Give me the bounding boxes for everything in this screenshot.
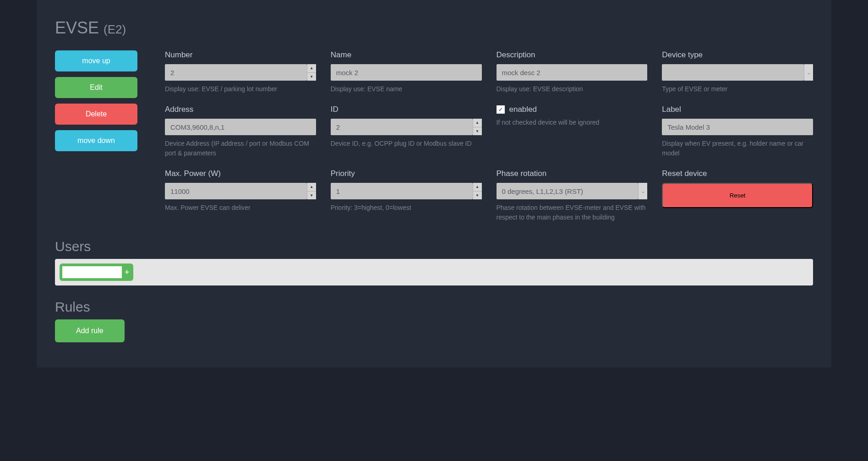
enabled-checkbox-row: ✓ enabled	[497, 105, 648, 114]
phase-rotation-hint: Phase rotation between EVSE-meter and EV…	[497, 203, 648, 222]
delete-button[interactable]: Delete	[55, 104, 137, 125]
field-reset-device: Reset device Reset	[662, 169, 813, 222]
reset-device-label: Reset device	[662, 169, 813, 178]
add-rule-button[interactable]: Add rule	[55, 319, 125, 342]
device-type-label: Device type	[662, 50, 813, 60]
max-power-step-down[interactable]: ▼	[307, 192, 316, 200]
priority-spinner: ▲ ▼	[473, 183, 482, 199]
chevron-down-icon: ⌵	[804, 64, 813, 81]
rules-section-title: Rules	[55, 299, 813, 315]
phase-rotation-select[interactable]: ⌵	[497, 183, 648, 199]
id-label: ID	[331, 105, 482, 114]
page-title: EVSE (E2)	[55, 18, 813, 38]
description-input[interactable]	[497, 64, 648, 81]
number-step-up[interactable]: ▲	[307, 64, 316, 73]
users-bar: +	[55, 259, 813, 285]
id-step-up[interactable]: ▲	[473, 119, 482, 127]
description-hint: Display use: EVSE description	[497, 84, 648, 94]
label-label: Label	[662, 105, 813, 114]
field-label: Label Display when EV present, e.g. hold…	[662, 105, 813, 158]
title-main: EVSE	[55, 18, 99, 37]
max-power-hint: Max. Power EVSE can deliver	[165, 203, 316, 213]
name-hint: Display use: EVSE name	[331, 84, 482, 94]
max-power-input[interactable]	[165, 183, 307, 199]
add-user-input[interactable]	[62, 266, 122, 278]
number-step-down[interactable]: ▼	[307, 73, 316, 81]
field-max-power: Max. Power (W) ▲ ▼ Max. Power EVSE can d…	[165, 169, 316, 222]
phase-rotation-label: Phase rotation	[497, 169, 648, 178]
label-input[interactable]	[662, 119, 813, 135]
number-hint: Display use: EVSE / parking lot number	[165, 84, 316, 94]
name-input[interactable]	[331, 64, 482, 81]
field-device-type: Device type ⌵ Type of EVSE or meter	[662, 50, 813, 94]
device-type-value[interactable]	[662, 64, 804, 81]
enabled-label: enabled	[509, 105, 537, 114]
description-label: Description	[497, 50, 648, 60]
add-user-chip[interactable]: +	[60, 263, 133, 281]
plus-icon[interactable]: +	[124, 268, 131, 277]
device-type-hint: Type of EVSE or meter	[662, 84, 813, 94]
edit-button[interactable]: Edit	[55, 77, 137, 98]
chevron-down-icon: ⌵	[638, 183, 647, 199]
max-power-label: Max. Power (W)	[165, 169, 316, 178]
number-input[interactable]	[165, 64, 307, 81]
address-input[interactable]	[165, 119, 316, 135]
number-input-wrap[interactable]: ▲ ▼	[165, 64, 316, 81]
field-description: Description Display use: EVSE descriptio…	[497, 50, 648, 94]
top-grid: move up Edit Delete move down Number ▲ ▼…	[55, 50, 813, 222]
move-down-button[interactable]: move down	[55, 130, 137, 151]
priority-step-up[interactable]: ▲	[473, 183, 482, 192]
users-section-title: Users	[55, 239, 813, 254]
field-id: ID ▲ ▼ Device ID, e.g. OCPP plug ID or M…	[331, 105, 482, 158]
action-column: move up Edit Delete move down	[55, 50, 137, 222]
device-type-select[interactable]: ⌵	[662, 64, 813, 81]
name-label: Name	[331, 50, 482, 60]
number-spinner: ▲ ▼	[307, 64, 316, 81]
reset-button[interactable]: Reset	[662, 183, 813, 208]
enabled-hint: If not checked device will be ignored	[497, 118, 648, 127]
field-priority: Priority ▲ ▼ Priority: 3=highest, 0=lowe…	[331, 169, 482, 222]
field-name: Name Display use: EVSE name	[331, 50, 482, 94]
field-address: Address Device Address (IP address / por…	[165, 105, 316, 158]
field-enabled: ✓ enabled If not checked device will be …	[497, 105, 648, 158]
label-hint: Display when EV present, e.g. holder nam…	[662, 139, 813, 158]
max-power-spinner: ▲ ▼	[307, 183, 316, 199]
address-label: Address	[165, 105, 316, 114]
field-number: Number ▲ ▼ Display use: EVSE / parking l…	[165, 50, 316, 94]
max-power-step-up[interactable]: ▲	[307, 183, 316, 192]
priority-input[interactable]	[331, 183, 473, 199]
number-label: Number	[165, 50, 316, 60]
id-hint: Device ID, e.g. OCPP plug ID or Modbus s…	[331, 139, 482, 148]
priority-hint: Priority: 3=highest, 0=lowest	[331, 203, 482, 213]
field-phase-rotation: Phase rotation ⌵ Phase rotation between …	[497, 169, 648, 222]
id-input-wrap[interactable]: ▲ ▼	[331, 119, 482, 135]
enabled-checkbox[interactable]: ✓	[497, 105, 505, 114]
title-sub: (E2)	[104, 22, 126, 36]
priority-step-down[interactable]: ▼	[473, 192, 482, 200]
address-hint: Device Address (IP address / port or Mod…	[165, 139, 316, 158]
priority-label: Priority	[331, 169, 482, 178]
move-up-button[interactable]: move up	[55, 50, 137, 71]
id-input[interactable]	[331, 119, 473, 135]
evse-panel: EVSE (E2) move up Edit Delete move down …	[37, 0, 831, 368]
max-power-input-wrap[interactable]: ▲ ▼	[165, 183, 316, 199]
fields-grid: Number ▲ ▼ Display use: EVSE / parking l…	[165, 50, 813, 222]
phase-rotation-value[interactable]	[497, 183, 639, 199]
id-spinner: ▲ ▼	[473, 119, 482, 135]
priority-input-wrap[interactable]: ▲ ▼	[331, 183, 482, 199]
id-step-down[interactable]: ▼	[473, 127, 482, 136]
